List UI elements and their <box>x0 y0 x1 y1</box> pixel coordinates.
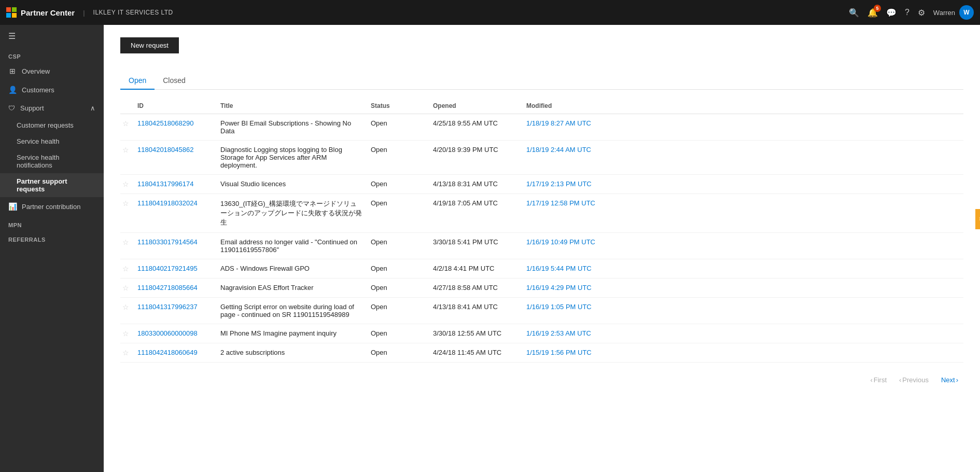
id-link-2[interactable]: 118041317996174 <box>137 180 193 188</box>
opened-cell-8: 3/30/18 12:55 AM UTC <box>431 324 524 343</box>
next-button[interactable]: Next › <box>936 373 963 387</box>
status-cell-6: Open <box>369 279 431 298</box>
tabs-container: Open Closed <box>120 72 963 90</box>
star-icon-2[interactable]: ☆ <box>122 180 129 188</box>
sidebar-item-customers[interactable]: 👤 Customers <box>0 80 104 99</box>
sidebar-item-service-health-notifications[interactable]: Service health notifications <box>0 149 104 173</box>
opened-cell-7: 4/13/18 8:41 AM UTC <box>431 298 524 324</box>
title-cell-1: Diagnostic Logging stops logging to Blog… <box>218 141 369 175</box>
star-icon-4[interactable]: ☆ <box>122 238 129 246</box>
star-cell-2: ☆ <box>120 175 135 194</box>
sidebar-item-partner-contribution[interactable]: 📊 Partner contribution <box>0 197 104 216</box>
settings-icon[interactable]: ⚙ <box>918 8 925 18</box>
id-cell-0: 118042518068290 <box>135 114 218 141</box>
tab-closed[interactable]: Closed <box>155 72 194 90</box>
star-icon-3[interactable]: ☆ <box>122 199 129 207</box>
modified-cell-5: 1/16/19 5:44 PM UTC <box>524 259 963 279</box>
modified-cell-1: 1/18/19 2:44 AM UTC <box>524 141 963 175</box>
id-link-1[interactable]: 118042018045862 <box>137 146 193 154</box>
sidebar: ☰ CSP ⊞ Overview 👤 Customers 🛡 Support ∧… <box>0 25 104 472</box>
id-cell-5: 1118040217921495 <box>135 259 218 279</box>
id-link-7[interactable]: 1118041317996237 <box>137 303 198 311</box>
status-cell-7: Open <box>369 298 431 324</box>
table-row: ☆ 118041317996174 Visual Studio licences… <box>120 175 963 194</box>
title-cell-5: ADS - Windows Firewall GPO <box>218 259 369 279</box>
notification-badge: 5 <box>874 5 881 12</box>
table-row: ☆ 118042018045862 Diagnostic Logging sto… <box>120 141 963 175</box>
id-cell-8: 1803300060000098 <box>135 324 218 343</box>
table-header: ID Title Status Opened Modified <box>120 98 963 114</box>
id-link-9[interactable]: 1118042418060649 <box>137 349 198 356</box>
table-row: ☆ 1118041317996237 Getting Script error … <box>120 298 963 324</box>
hamburger-menu[interactable]: ☰ <box>0 25 104 47</box>
next-label: Next <box>941 376 955 384</box>
star-cell-5: ☆ <box>120 259 135 279</box>
modified-cell-0: 1/18/19 8:27 AM UTC <box>524 114 963 141</box>
tab-open[interactable]: Open <box>120 72 155 90</box>
id-link-6[interactable]: 1118042718085664 <box>137 284 198 291</box>
support-chevron-icon: ∧ <box>90 104 95 112</box>
page-header: New request <box>120 25 963 62</box>
title-text-2: Visual Studio licences <box>220 180 286 188</box>
id-link-3[interactable]: 1118041918032024 <box>137 199 198 207</box>
messages-icon[interactable]: 💬 <box>886 8 897 18</box>
pagination: ‹ First ‹ Previous Next › <box>120 363 963 387</box>
star-icon-5[interactable]: ☆ <box>122 265 129 273</box>
star-cell-0: ☆ <box>120 114 135 141</box>
id-cell-6: 1118042718085664 <box>135 279 218 298</box>
star-icon-7[interactable]: ☆ <box>122 303 129 311</box>
star-icon-6[interactable]: ☆ <box>122 284 129 292</box>
modified-cell-6: 1/16/19 4:29 PM UTC <box>524 279 963 298</box>
star-cell-3: ☆ <box>120 194 135 233</box>
sidebar-item-partner-label: Partner contribution <box>22 203 80 211</box>
referrals-section-label: REFERRALS <box>0 230 104 245</box>
sidebar-item-customer-requests[interactable]: Customer requests <box>0 117 104 133</box>
id-cell-2: 118041317996174 <box>135 175 218 194</box>
sidebar-item-overview[interactable]: ⊞ Overview <box>0 62 104 80</box>
modified-cell-2: 1/17/19 2:13 PM UTC <box>524 175 963 194</box>
col-star <box>120 98 135 114</box>
title-cell-8: MI Phone MS Imagine payment inquiry <box>218 324 369 343</box>
first-button[interactable]: ‹ First <box>865 373 892 387</box>
sidebar-item-partner-support-requests[interactable]: Partner support requests <box>0 173 104 197</box>
sidebar-support-header[interactable]: 🛡 Support ∧ <box>0 99 104 117</box>
requests-table-container: ID Title Status Opened Modified ☆ 118042… <box>120 98 963 363</box>
id-cell-1: 118042018045862 <box>135 141 218 175</box>
id-cell-4: 1118033017914564 <box>135 233 218 259</box>
id-link-0[interactable]: 118042518068290 <box>137 119 193 127</box>
sidebar-item-service-health[interactable]: Service health <box>0 133 104 149</box>
user-menu[interactable]: Warren W <box>933 5 974 20</box>
next-chevron-icon: › <box>956 376 958 384</box>
modified-cell-8: 1/16/19 2:53 AM UTC <box>524 324 963 343</box>
opened-cell-6: 4/27/18 8:58 AM UTC <box>431 279 524 298</box>
star-icon-8[interactable]: ☆ <box>122 329 129 338</box>
id-link-4[interactable]: 1118033017914564 <box>137 238 198 246</box>
table-row: ☆ 1803300060000098 MI Phone MS Imagine p… <box>120 324 963 343</box>
previous-label: Previous <box>902 376 929 384</box>
sidebar-support-submenu: Customer requests Service health Service… <box>0 117 104 197</box>
star-icon-0[interactable]: ☆ <box>122 119 129 128</box>
opened-cell-5: 4/2/18 4:41 PM UTC <box>431 259 524 279</box>
star-icon-1[interactable]: ☆ <box>122 146 129 154</box>
modified-cell-4: 1/16/19 10:49 PM UTC <box>524 233 963 259</box>
requests-table: ID Title Status Opened Modified ☆ 118042… <box>120 98 963 363</box>
help-icon[interactable]: ? <box>905 8 909 17</box>
search-icon[interactable]: 🔍 <box>849 8 859 18</box>
previous-button[interactable]: ‹ Previous <box>894 373 934 387</box>
id-link-8[interactable]: 1803300060000098 <box>137 329 198 337</box>
title-divider: | <box>83 9 85 17</box>
user-name: Warren <box>933 9 955 17</box>
status-cell-0: Open <box>369 114 431 141</box>
col-id: ID <box>135 98 218 114</box>
partner-icon: 📊 <box>8 202 17 211</box>
ms-logo <box>6 7 17 18</box>
feedback-button[interactable]: ★ <box>975 209 981 229</box>
id-link-5[interactable]: 1118040217921495 <box>137 265 198 272</box>
sidebar-item-overview-label: Overview <box>22 67 50 75</box>
title-cell-7: Getting Script error on website during l… <box>218 298 369 324</box>
title-cell-2: Visual Studio licences <box>218 175 369 194</box>
star-icon-9[interactable]: ☆ <box>122 349 129 357</box>
modified-cell-9: 1/15/19 1:56 PM UTC <box>524 343 963 363</box>
new-request-button[interactable]: New request <box>120 37 179 53</box>
notifications-icon[interactable]: 🔔 5 <box>867 8 878 18</box>
